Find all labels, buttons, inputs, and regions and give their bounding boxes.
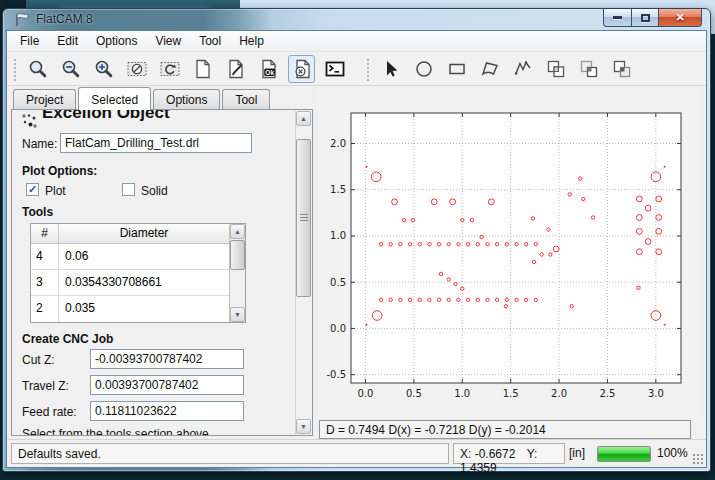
feedrate-input[interactable] <box>90 401 244 421</box>
delete-object-icon[interactable] <box>288 55 315 83</box>
scroll-down-icon[interactable]: ▼ <box>296 419 311 434</box>
menu-help[interactable]: Help <box>230 32 273 50</box>
progress-percent: 100% <box>657 446 688 460</box>
table-scrollbar[interactable]: ▲ ▼ <box>229 224 245 322</box>
statusbar: Defaults saved. X: -0.6672 Y: 1.4359 [in… <box>7 439 706 467</box>
main-area: Project Selected Options Tool Exc <box>7 86 706 439</box>
tool-diameter[interactable]: 0.0354330708661 <box>59 270 245 295</box>
units-indicator: [in] <box>569 446 585 460</box>
toolbar-handle[interactable] <box>12 57 18 81</box>
svg-text:0.0: 0.0 <box>330 323 346 334</box>
zoom-fit-icon[interactable] <box>24 55 51 83</box>
plot-area: 0.00.51.01.52.02.53.0-0.50.00.51.01.52.0… <box>315 86 706 439</box>
tools-table-header: # Diameter <box>31 224 245 244</box>
command-line-icon[interactable] <box>321 55 348 83</box>
menu-view[interactable]: View <box>146 32 190 50</box>
col-header-number[interactable]: # <box>31 224 59 243</box>
panel-scrollbar-thumb[interactable] <box>296 139 311 297</box>
menu-edit[interactable]: Edit <box>48 32 87 50</box>
cutz-label: Cut Z: <box>22 353 55 367</box>
new-project-icon[interactable] <box>189 55 216 83</box>
menu-options[interactable]: Options <box>87 32 146 50</box>
polygon-intersection-icon[interactable] <box>575 55 602 83</box>
tab-tool[interactable]: Tool <box>222 89 270 109</box>
solid-checkbox[interactable] <box>122 183 135 196</box>
cursor-x: X: -0.6672 <box>460 447 515 461</box>
panel-title: Excellon Object <box>42 109 170 123</box>
tools-note: Select from the tools section above <box>22 427 209 436</box>
svg-text:1.5: 1.5 <box>330 184 346 195</box>
scroll-down-icon[interactable]: ▼ <box>230 307 245 322</box>
draw-polygon-icon[interactable] <box>476 55 503 83</box>
cutz-input[interactable] <box>90 349 244 369</box>
travelz-label: Travel Z: <box>22 379 69 393</box>
maximize-icon <box>641 14 650 22</box>
replot-icon[interactable] <box>156 55 183 83</box>
svg-text:0.0: 0.0 <box>358 388 374 399</box>
table-scrollbar-thumb[interactable] <box>230 240 245 270</box>
svg-text:0.5: 0.5 <box>330 277 346 288</box>
table-row[interactable]: 3 0.0354330708661 <box>31 270 245 296</box>
measurement-readout: D = 0.7494 D(x) = -0.7218 D(y) = -0.2014 <box>319 420 691 439</box>
clear-plot-icon[interactable] <box>123 55 150 83</box>
draw-rectangle-icon[interactable] <box>443 55 470 83</box>
tab-selected[interactable]: Selected <box>78 87 151 110</box>
scroll-up-icon[interactable]: ▲ <box>230 224 245 239</box>
resize-grip[interactable] <box>692 453 704 465</box>
cursor-coordinates: X: -0.6672 Y: 1.4359 <box>453 443 565 464</box>
travelz-input[interactable] <box>90 375 244 395</box>
scroll-up-icon[interactable]: ▲ <box>296 111 311 126</box>
table-row[interactable]: 4 0.06 <box>31 244 245 270</box>
scrollbar-grip <box>300 214 308 221</box>
plot-checkbox[interactable]: ✓ <box>26 183 39 196</box>
toolbar: Ok <box>7 52 706 86</box>
tab-project[interactable]: Project <box>13 89 76 109</box>
toolbar-handle[interactable] <box>365 57 371 81</box>
draw-circle-icon[interactable] <box>410 55 437 83</box>
menu-file[interactable]: File <box>11 32 48 50</box>
solid-checkbox-label[interactable]: Solid <box>141 184 168 198</box>
svg-text:1.5: 1.5 <box>503 388 519 399</box>
draw-path-icon[interactable] <box>509 55 536 83</box>
zoom-out-icon[interactable] <box>57 55 84 83</box>
tools-label: Tools <box>22 205 53 219</box>
status-message: Defaults saved. <box>11 443 449 464</box>
zoom-in-icon[interactable] <box>90 55 117 83</box>
close-button[interactable]: ✕ <box>659 9 702 27</box>
maximize-button[interactable] <box>632 9 659 27</box>
window-title: FlatCAM 8 <box>36 12 93 26</box>
plot-checkbox-label[interactable]: Plot <box>45 184 66 198</box>
tool-number[interactable]: 4 <box>31 244 59 269</box>
menu-tool[interactable]: Tool <box>190 32 230 50</box>
svg-text:-0.5: -0.5 <box>326 369 346 380</box>
cnc-job-heading: Create CNC Job <box>22 332 113 346</box>
plot-canvas[interactable]: 0.00.51.01.52.02.53.0-0.50.00.51.01.52.0 <box>317 88 697 418</box>
name-label: Name: <box>22 137 57 151</box>
feedrate-label: Feed rate: <box>22 405 77 419</box>
name-input[interactable] <box>60 133 252 153</box>
left-column: Project Selected Options Tool Exc <box>7 86 315 439</box>
menubar: File Edit Options View Tool Help <box>7 31 706 52</box>
titlebar[interactable]: FlatCAM 8 ✕ <box>3 9 710 30</box>
minimize-button[interactable] <box>603 9 632 27</box>
svg-text:2.5: 2.5 <box>599 388 615 399</box>
col-header-diameter[interactable]: Diameter <box>59 224 245 243</box>
svg-text:1.0: 1.0 <box>454 388 470 399</box>
progress-bar <box>597 446 651 462</box>
save-project-icon[interactable]: Ok <box>255 55 282 83</box>
flatcam-logo-icon <box>14 12 29 31</box>
tool-number[interactable]: 2 <box>31 296 59 322</box>
tool-diameter[interactable]: 0.06 <box>59 244 245 269</box>
panel-scrollbar[interactable]: ▲ ▼ <box>295 111 311 434</box>
tool-number[interactable]: 3 <box>31 270 59 295</box>
tab-options[interactable]: Options <box>153 89 220 109</box>
window-controls: ✕ <box>603 9 702 27</box>
tool-diameter[interactable]: 0.035 <box>59 296 245 322</box>
polygon-subtraction-icon[interactable] <box>608 55 635 83</box>
select-tool-icon[interactable] <box>377 55 404 83</box>
polygon-union-icon[interactable] <box>542 55 569 83</box>
table-row[interactable]: 2 0.035 <box>31 296 245 322</box>
flatcam-window: FlatCAM 8 ✕ File Edit Options View Tool … <box>2 8 711 472</box>
open-project-icon[interactable] <box>222 55 249 83</box>
selected-tab-panel: Excellon Object Name: Plot Options: ✓ Pl… <box>11 109 313 436</box>
